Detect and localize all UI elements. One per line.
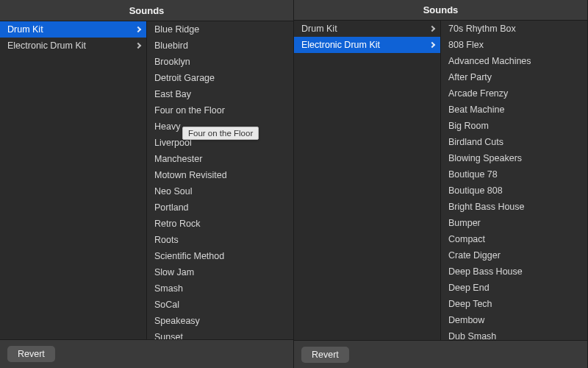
sound-item[interactable]: East Bay — [147, 86, 293, 102]
sound-item[interactable]: Roots — [147, 232, 293, 248]
sound-item[interactable]: Heavy — [147, 118, 293, 135]
columns: Drum KitElectronic Drum Kit 70s Rhythm B… — [294, 21, 587, 340]
sound-item[interactable]: Sunset — [147, 329, 293, 339]
panel-header: Sounds — [0, 0, 293, 21]
sound-item[interactable]: Birdland Cuts — [441, 134, 587, 150]
sound-item[interactable]: Motown Revisited — [147, 167, 293, 183]
sound-item[interactable]: Blowing Speakers — [441, 150, 587, 166]
sound-item[interactable]: Deep Bass House — [441, 263, 587, 280]
sound-item[interactable]: Bluebird — [147, 38, 293, 54]
sound-item[interactable]: 70s Rhythm Box — [441, 21, 587, 37]
sound-item[interactable]: Dembow — [441, 312, 587, 328]
sound-item[interactable]: Speakeasy — [147, 313, 293, 329]
category-column: Drum KitElectronic Drum Kit — [0, 21, 147, 339]
sounds-panel-left: Sounds Drum KitElectronic Drum Kit Blue … — [0, 0, 294, 368]
sound-item[interactable]: Deep End — [441, 280, 587, 296]
sound-item[interactable]: Scientific Method — [147, 248, 293, 264]
sound-item[interactable]: Dub Smash — [441, 328, 587, 340]
sound-item[interactable]: Neo Soul — [147, 183, 293, 199]
revert-button[interactable]: Revert — [301, 347, 349, 363]
sound-item[interactable]: Blue Ridge — [147, 21, 293, 38]
sound-item[interactable]: Crate Digger — [441, 247, 587, 263]
category-label: Electronic Drum Kit — [7, 40, 86, 51]
sound-item[interactable]: Arcade Frenzy — [441, 85, 587, 102]
sound-item[interactable]: Brooklyn — [147, 54, 293, 70]
sound-item[interactable]: Liverpool — [147, 135, 293, 151]
category-label: Drum Kit — [7, 24, 43, 35]
chevron-right-icon — [429, 42, 435, 48]
category-item[interactable]: Drum Kit — [294, 21, 440, 37]
sound-item[interactable]: Smash — [147, 280, 293, 297]
columns: Drum KitElectronic Drum Kit Blue RidgeBl… — [0, 21, 293, 339]
sound-item[interactable]: Beat Machine — [441, 102, 587, 118]
sound-item[interactable]: 808 Flex — [441, 37, 587, 53]
sound-item[interactable]: SoCal — [147, 297, 293, 313]
panel-title: Sounds — [129, 5, 165, 16]
sound-item[interactable]: Portland — [147, 199, 293, 216]
chevron-right-icon — [135, 26, 141, 32]
revert-button[interactable]: Revert — [7, 346, 55, 362]
sound-item[interactable]: Manchester — [147, 151, 293, 167]
chevron-right-icon — [135, 43, 141, 49]
chevron-right-icon — [429, 26, 435, 32]
panel-title: Sounds — [423, 4, 459, 15]
category-label: Electronic Drum Kit — [301, 40, 380, 50]
panel-footer: Revert — [294, 340, 587, 368]
sound-item[interactable]: Detroit Garage — [147, 70, 293, 86]
category-item[interactable]: Electronic Drum Kit — [294, 37, 440, 53]
panel-footer: Revert — [0, 339, 293, 368]
sound-item[interactable]: Retro Rock — [147, 216, 293, 232]
sound-item[interactable]: Boutique 78 — [441, 166, 587, 183]
category-item[interactable]: Electronic Drum Kit — [0, 38, 146, 54]
sounds-panel-right: Sounds Drum KitElectronic Drum Kit 70s R… — [294, 0, 588, 368]
sound-item[interactable]: Advanced Machines — [441, 53, 587, 69]
panel-header: Sounds — [294, 0, 587, 21]
sound-item[interactable]: Bright Bass House — [441, 199, 587, 215]
sound-column: 70s Rhythm Box808 FlexAdvanced MachinesA… — [441, 21, 587, 340]
category-column: Drum KitElectronic Drum Kit — [294, 21, 441, 340]
sound-column: Blue RidgeBluebirdBrooklynDetroit Garage… — [147, 21, 293, 339]
sound-item[interactable]: After Party — [441, 69, 587, 85]
sound-item[interactable]: Big Room — [441, 118, 587, 134]
sound-item[interactable]: Four on the Floor — [147, 102, 293, 118]
sound-item[interactable]: Bumper — [441, 215, 587, 231]
sound-item[interactable]: Deep Tech — [441, 296, 587, 312]
sound-item[interactable]: Slow Jam — [147, 264, 293, 280]
sound-item[interactable]: Boutique 808 — [441, 183, 587, 199]
sound-item[interactable]: Compact — [441, 231, 587, 247]
category-label: Drum Kit — [301, 24, 337, 34]
category-item[interactable]: Drum Kit — [0, 21, 146, 38]
